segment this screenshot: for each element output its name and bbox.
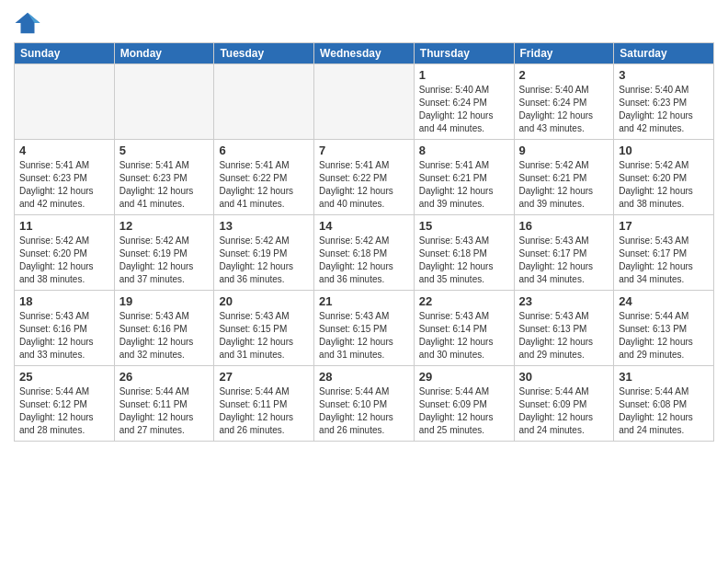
day-number: 21 xyxy=(319,294,409,308)
day-number: 28 xyxy=(319,370,409,384)
day-info: Sunrise: 5:41 AM Sunset: 6:23 PM Dayligh… xyxy=(19,159,109,211)
calendar-cell: 3Sunrise: 5:40 AM Sunset: 6:23 PM Daylig… xyxy=(614,64,714,140)
day-number: 29 xyxy=(419,370,509,384)
calendar-cell: 6Sunrise: 5:41 AM Sunset: 6:22 PM Daylig… xyxy=(214,140,314,215)
calendar-week-4: 18Sunrise: 5:43 AM Sunset: 6:16 PM Dayli… xyxy=(15,291,714,366)
calendar-cell: 10Sunrise: 5:42 AM Sunset: 6:20 PM Dayli… xyxy=(614,140,714,215)
weekday-header-friday: Friday xyxy=(514,43,614,64)
day-number: 14 xyxy=(319,219,409,233)
calendar-cell: 7Sunrise: 5:41 AM Sunset: 6:22 PM Daylig… xyxy=(314,140,415,215)
day-info: Sunrise: 5:44 AM Sunset: 6:12 PM Dayligh… xyxy=(19,385,109,437)
day-info: Sunrise: 5:43 AM Sunset: 6:14 PM Dayligh… xyxy=(419,310,509,362)
day-number: 2 xyxy=(519,68,609,82)
calendar-cell xyxy=(114,64,214,140)
day-info: Sunrise: 5:43 AM Sunset: 6:15 PM Dayligh… xyxy=(219,310,309,362)
calendar-cell: 5Sunrise: 5:41 AM Sunset: 6:23 PM Daylig… xyxy=(114,140,214,215)
calendar-cell: 8Sunrise: 5:41 AM Sunset: 6:21 PM Daylig… xyxy=(414,140,514,215)
day-number: 6 xyxy=(219,144,309,157)
day-number: 3 xyxy=(619,68,709,82)
day-number: 16 xyxy=(519,219,609,233)
day-info: Sunrise: 5:43 AM Sunset: 6:15 PM Dayligh… xyxy=(319,310,409,362)
calendar-cell xyxy=(214,64,314,140)
calendar-cell: 11Sunrise: 5:42 AM Sunset: 6:20 PM Dayli… xyxy=(15,215,115,291)
calendar-week-3: 11Sunrise: 5:42 AM Sunset: 6:20 PM Dayli… xyxy=(15,215,714,291)
weekday-header-wednesday: Wednesday xyxy=(314,43,415,64)
day-number: 18 xyxy=(19,294,109,308)
day-number: 5 xyxy=(119,144,210,157)
day-info: Sunrise: 5:43 AM Sunset: 6:16 PM Dayligh… xyxy=(19,310,109,362)
weekday-header-row: SundayMondayTuesdayWednesdayThursdayFrid… xyxy=(15,43,714,64)
calendar-cell: 26Sunrise: 5:44 AM Sunset: 6:11 PM Dayli… xyxy=(114,366,214,442)
day-number: 26 xyxy=(119,370,210,384)
day-number: 17 xyxy=(619,219,709,233)
day-number: 1 xyxy=(419,68,509,82)
calendar-cell: 12Sunrise: 5:42 AM Sunset: 6:19 PM Dayli… xyxy=(114,215,214,291)
day-info: Sunrise: 5:42 AM Sunset: 6:20 PM Dayligh… xyxy=(19,235,109,286)
day-info: Sunrise: 5:41 AM Sunset: 6:22 PM Dayligh… xyxy=(219,159,309,211)
day-info: Sunrise: 5:40 AM Sunset: 6:23 PM Dayligh… xyxy=(619,84,709,135)
page-container: SundayMondayTuesdayWednesdayThursdayFrid… xyxy=(0,0,728,451)
calendar-cell: 28Sunrise: 5:44 AM Sunset: 6:10 PM Dayli… xyxy=(314,366,415,442)
calendar-cell: 23Sunrise: 5:43 AM Sunset: 6:13 PM Dayli… xyxy=(514,291,614,366)
day-number: 4 xyxy=(19,144,109,157)
weekday-header-tuesday: Tuesday xyxy=(214,43,314,64)
day-info: Sunrise: 5:44 AM Sunset: 6:11 PM Dayligh… xyxy=(119,385,210,437)
calendar-cell: 29Sunrise: 5:44 AM Sunset: 6:09 PM Dayli… xyxy=(414,366,514,442)
day-info: Sunrise: 5:44 AM Sunset: 6:10 PM Dayligh… xyxy=(319,385,409,437)
weekday-header-sunday: Sunday xyxy=(15,43,115,64)
day-info: Sunrise: 5:44 AM Sunset: 6:08 PM Dayligh… xyxy=(619,385,709,437)
day-number: 11 xyxy=(19,219,109,233)
calendar-week-2: 4Sunrise: 5:41 AM Sunset: 6:23 PM Daylig… xyxy=(15,140,714,215)
day-info: Sunrise: 5:44 AM Sunset: 6:09 PM Dayligh… xyxy=(419,385,509,437)
calendar-cell: 14Sunrise: 5:42 AM Sunset: 6:18 PM Dayli… xyxy=(314,215,415,291)
day-info: Sunrise: 5:42 AM Sunset: 6:19 PM Dayligh… xyxy=(119,235,210,286)
calendar-table: SundayMondayTuesdayWednesdayThursdayFrid… xyxy=(14,42,714,442)
day-info: Sunrise: 5:40 AM Sunset: 6:24 PM Dayligh… xyxy=(519,84,609,135)
day-info: Sunrise: 5:41 AM Sunset: 6:21 PM Dayligh… xyxy=(419,159,509,211)
day-number: 12 xyxy=(119,219,210,233)
calendar-cell: 16Sunrise: 5:43 AM Sunset: 6:17 PM Dayli… xyxy=(514,215,614,291)
day-number: 19 xyxy=(119,294,210,308)
day-number: 13 xyxy=(219,219,309,233)
calendar-cell: 19Sunrise: 5:43 AM Sunset: 6:16 PM Dayli… xyxy=(114,291,214,366)
day-info: Sunrise: 5:42 AM Sunset: 6:21 PM Dayligh… xyxy=(519,159,609,211)
calendar-cell: 9Sunrise: 5:42 AM Sunset: 6:21 PM Daylig… xyxy=(514,140,614,215)
calendar-week-5: 25Sunrise: 5:44 AM Sunset: 6:12 PM Dayli… xyxy=(15,366,714,442)
calendar-cell: 1Sunrise: 5:40 AM Sunset: 6:24 PM Daylig… xyxy=(414,64,514,140)
logo xyxy=(14,9,45,37)
day-number: 27 xyxy=(219,370,309,384)
calendar-cell: 17Sunrise: 5:43 AM Sunset: 6:17 PM Dayli… xyxy=(614,215,714,291)
day-info: Sunrise: 5:42 AM Sunset: 6:20 PM Dayligh… xyxy=(619,159,709,211)
day-info: Sunrise: 5:43 AM Sunset: 6:13 PM Dayligh… xyxy=(519,310,609,362)
calendar-cell: 20Sunrise: 5:43 AM Sunset: 6:15 PM Dayli… xyxy=(214,291,314,366)
calendar-week-1: 1Sunrise: 5:40 AM Sunset: 6:24 PM Daylig… xyxy=(15,64,714,140)
calendar-cell: 24Sunrise: 5:44 AM Sunset: 6:13 PM Dayli… xyxy=(614,291,714,366)
day-number: 30 xyxy=(519,370,609,384)
day-number: 9 xyxy=(519,144,609,157)
calendar-cell: 27Sunrise: 5:44 AM Sunset: 6:11 PM Dayli… xyxy=(214,366,314,442)
weekday-header-saturday: Saturday xyxy=(614,43,714,64)
day-number: 8 xyxy=(419,144,509,157)
day-number: 31 xyxy=(619,370,709,384)
day-number: 10 xyxy=(619,144,709,157)
calendar-cell: 18Sunrise: 5:43 AM Sunset: 6:16 PM Dayli… xyxy=(15,291,115,366)
day-number: 7 xyxy=(319,144,409,157)
calendar-cell: 31Sunrise: 5:44 AM Sunset: 6:08 PM Dayli… xyxy=(614,366,714,442)
day-info: Sunrise: 5:42 AM Sunset: 6:18 PM Dayligh… xyxy=(319,235,409,286)
logo-icon xyxy=(14,9,41,37)
day-info: Sunrise: 5:40 AM Sunset: 6:24 PM Dayligh… xyxy=(419,84,509,135)
weekday-header-thursday: Thursday xyxy=(414,43,514,64)
day-info: Sunrise: 5:44 AM Sunset: 6:13 PM Dayligh… xyxy=(619,310,709,362)
calendar-body: 1Sunrise: 5:40 AM Sunset: 6:24 PM Daylig… xyxy=(15,64,714,442)
calendar-cell: 21Sunrise: 5:43 AM Sunset: 6:15 PM Dayli… xyxy=(314,291,415,366)
weekday-header-monday: Monday xyxy=(114,43,214,64)
calendar-cell: 25Sunrise: 5:44 AM Sunset: 6:12 PM Dayli… xyxy=(15,366,115,442)
day-info: Sunrise: 5:41 AM Sunset: 6:23 PM Dayligh… xyxy=(119,159,210,211)
day-info: Sunrise: 5:44 AM Sunset: 6:09 PM Dayligh… xyxy=(519,385,609,437)
day-info: Sunrise: 5:42 AM Sunset: 6:19 PM Dayligh… xyxy=(219,235,309,286)
day-info: Sunrise: 5:43 AM Sunset: 6:18 PM Dayligh… xyxy=(419,235,509,286)
calendar-cell: 15Sunrise: 5:43 AM Sunset: 6:18 PM Dayli… xyxy=(414,215,514,291)
day-number: 15 xyxy=(419,219,509,233)
day-info: Sunrise: 5:43 AM Sunset: 6:16 PM Dayligh… xyxy=(119,310,210,362)
calendar-header: SundayMondayTuesdayWednesdayThursdayFrid… xyxy=(15,43,714,64)
